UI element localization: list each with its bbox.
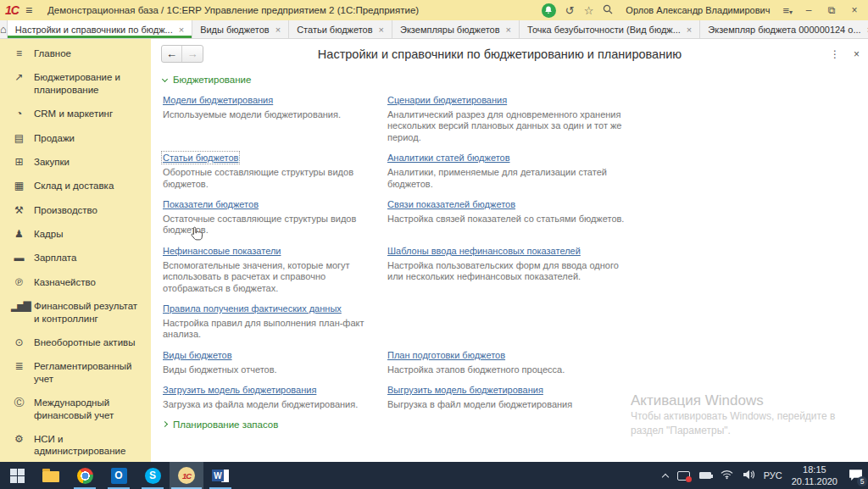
purchasing-icon: ⊞ bbox=[11, 156, 25, 168]
windows-taskbar: O S 1С W РУС 18:15 20.11.2020 5 bbox=[0, 462, 868, 489]
chevron-down-icon bbox=[162, 75, 168, 81]
payroll-icon: ▬ bbox=[11, 252, 25, 264]
sidebar-item-financial-result[interactable]: ▂▅▇Финансовый результат и контроллинг bbox=[0, 294, 151, 331]
close-tab-icon[interactable]: × bbox=[687, 25, 692, 35]
battery-icon[interactable] bbox=[699, 472, 711, 479]
link-export-budget-model[interactable]: Выгрузить модель бюджетирования bbox=[387, 385, 543, 395]
sidebar-item-hr[interactable]: ♟Кадры bbox=[0, 222, 151, 246]
sidebar-item-main[interactable]: ≡Главное bbox=[0, 42, 151, 65]
link-fact-data-rules[interactable]: Правила получения фактических данных bbox=[163, 303, 342, 314]
chevron-right-icon bbox=[162, 421, 168, 427]
link-description: Настройка правил для выполнения план-фак… bbox=[163, 318, 386, 341]
current-user-name[interactable]: Орлов Александр Владимирович bbox=[626, 5, 770, 15]
sidebar-item-sales[interactable]: ▤Продажи bbox=[0, 126, 151, 150]
sidebar-item-production[interactable]: ⚒Производство bbox=[0, 198, 151, 222]
tab-budget-items[interactable]: Статьи бюджетов × bbox=[289, 20, 392, 38]
sidebar-item-international-accounting[interactable]: ⒸМеждународный финансовый учет bbox=[0, 391, 151, 427]
home-icon: ⌂ bbox=[0, 23, 7, 36]
clock[interactable]: 18:15 20.11.2020 bbox=[792, 464, 837, 488]
keyboard-language[interactable]: РУС bbox=[764, 470, 782, 481]
close-panel-icon[interactable]: × bbox=[854, 48, 860, 60]
link-description: Настройка пользовательских форм для ввод… bbox=[387, 260, 635, 283]
link-load-budget-model[interactable]: Загрузить модель бюджетирования bbox=[163, 385, 316, 395]
sidebar-item-noncurrent-assets[interactable]: ⊙Внеоборотные активы bbox=[0, 331, 151, 354]
tab-budget-kinds[interactable]: Виды бюджетов × bbox=[192, 20, 289, 38]
file-explorer-button[interactable] bbox=[34, 462, 68, 489]
tab-label: Точка безубыточности (Вид бюдж... bbox=[527, 25, 681, 35]
wifi-icon[interactable] bbox=[721, 470, 733, 481]
link-nonfinancial-indicators[interactable]: Нефинансовые показатели bbox=[163, 246, 281, 256]
folder-icon bbox=[42, 471, 59, 482]
sidebar-item-master-data-admin[interactable]: ⚙НСИ и администрирование bbox=[0, 427, 151, 462]
skype-button[interactable]: S bbox=[136, 462, 170, 489]
title-bar: 1С ≡ Демонстрационная база / 1С:ERP Упра… bbox=[0, 0, 868, 20]
link-description: Настройка этапов бюджетного процесса. bbox=[387, 364, 635, 375]
link-budget-kinds[interactable]: Виды бюджетов bbox=[163, 350, 232, 360]
word-button[interactable]: W bbox=[203, 462, 237, 489]
tray-overflow-icon[interactable] bbox=[661, 473, 668, 480]
close-tab-icon[interactable]: × bbox=[275, 25, 281, 35]
sidebar-item-purchasing[interactable]: ⊞Закупки bbox=[0, 150, 151, 174]
sidebar-item-payroll[interactable]: ▬Зарплата bbox=[0, 246, 151, 270]
1c-logo-icon: 1С bbox=[5, 3, 19, 17]
link-budget-scenarios[interactable]: Сценарии бюджетирования bbox=[387, 95, 507, 105]
link-description: Аналитики, применяемые для детализации с… bbox=[387, 167, 635, 190]
windows-activation-watermark: Активация Windows Чтобы активировать Win… bbox=[631, 392, 835, 438]
main-menu-icon[interactable]: ≡ bbox=[25, 3, 32, 17]
display-notification-icon[interactable] bbox=[677, 471, 690, 481]
search-icon[interactable] bbox=[603, 4, 613, 16]
action-center-icon[interactable]: 5 bbox=[849, 469, 863, 483]
outlook-button[interactable]: O bbox=[102, 462, 136, 489]
tab-budget-instances[interactable]: Экземпляры бюджетов × bbox=[392, 20, 520, 38]
volume-icon[interactable] bbox=[743, 470, 754, 481]
link-description: Остаточные составляющие структуры видов … bbox=[163, 214, 386, 236]
1c-app-icon: 1С bbox=[178, 467, 195, 484]
sidebar-item-crm[interactable]: ◔CRM и маркетинг bbox=[0, 102, 151, 125]
warehouse-icon: ▦ bbox=[11, 180, 25, 192]
tab-breakeven-point[interactable]: Точка безубыточности (Вид бюдж... × bbox=[520, 20, 700, 38]
favorites-star-icon[interactable]: ☆ bbox=[584, 5, 594, 16]
production-icon: ⚒ bbox=[11, 204, 25, 216]
history-icon[interactable]: ↺ bbox=[565, 5, 575, 16]
tab-label: Экземпляр бюджета 000000124 о... bbox=[708, 25, 860, 35]
notifications-bell-icon[interactable] bbox=[542, 3, 556, 18]
link-budget-preparation-plan[interactable]: План подготовки бюджетов bbox=[387, 350, 505, 360]
sidebar-item-treasury[interactable]: ℗Казначейство bbox=[0, 270, 151, 294]
section-budgeting[interactable]: Бюджетирование bbox=[163, 75, 868, 85]
link-budget-models[interactable]: Модели бюджетирования bbox=[163, 95, 273, 105]
sidebar-item-budgeting[interactable]: ↗Бюджетирование и планирование bbox=[0, 65, 151, 102]
content-panel: ← → Настройки и справочники по бюджетиро… bbox=[151, 39, 868, 462]
forward-button[interactable]: → bbox=[182, 46, 203, 62]
close-tab-icon[interactable]: × bbox=[379, 25, 384, 35]
link-budget-item-analytics[interactable]: Аналитики статей бюджетов bbox=[387, 153, 510, 163]
sidebar-item-regulated-accounting[interactable]: ≣Регламентированный учет bbox=[0, 354, 151, 391]
link-indicator-relations[interactable]: Связи показателей бюджетов bbox=[387, 199, 515, 209]
maximize-button[interactable]: ⧉ bbox=[825, 4, 838, 16]
outlook-icon: O bbox=[111, 468, 127, 484]
chrome-button[interactable] bbox=[68, 462, 102, 489]
close-tab-icon[interactable]: × bbox=[179, 25, 184, 35]
page-title: Настройки и справочники по бюджетировани… bbox=[203, 47, 830, 61]
home-tab[interactable]: ⌂ bbox=[0, 20, 8, 38]
tab-label: Статьи бюджетов bbox=[297, 25, 372, 35]
close-button[interactable]: × bbox=[848, 4, 861, 16]
link-description: Используемые модели бюджетирования. bbox=[163, 109, 386, 120]
more-actions-icon[interactable]: ⋮ bbox=[830, 48, 840, 60]
notification-badge: 5 bbox=[857, 476, 867, 486]
minimize-button[interactable]: – bbox=[802, 4, 815, 16]
tab-budget-instance-124[interactable]: Экземпляр бюджета 000000124 о... × bbox=[700, 20, 868, 38]
tab-settings-budgeting[interactable]: Настройки и справочники по бюдж... × bbox=[8, 20, 192, 38]
tab-label: Экземпляры бюджетов bbox=[400, 25, 500, 35]
link-description: Аналитический разрез для одновременного … bbox=[387, 109, 635, 143]
start-button[interactable] bbox=[0, 462, 34, 489]
link-description: Оборотные составляющие структуры видов б… bbox=[163, 167, 386, 190]
window-title: Демонстрационная база / 1С:ERP Управлени… bbox=[47, 5, 419, 15]
link-nonfinancial-input-templates[interactable]: Шаблоны ввода нефинансовых показателей bbox=[387, 246, 581, 256]
service-menu-icon[interactable]: ≡▾ bbox=[782, 5, 793, 16]
close-tab-icon[interactable]: × bbox=[506, 25, 511, 35]
back-button[interactable]: ← bbox=[162, 46, 182, 62]
link-budget-indicators[interactable]: Показатели бюджетов bbox=[163, 199, 259, 209]
link-budget-items[interactable]: Статьи бюджетов bbox=[163, 153, 238, 163]
1c-app-button[interactable]: 1С bbox=[170, 462, 203, 489]
sidebar-item-warehouse[interactable]: ▦Склад и доставка bbox=[0, 174, 151, 197]
